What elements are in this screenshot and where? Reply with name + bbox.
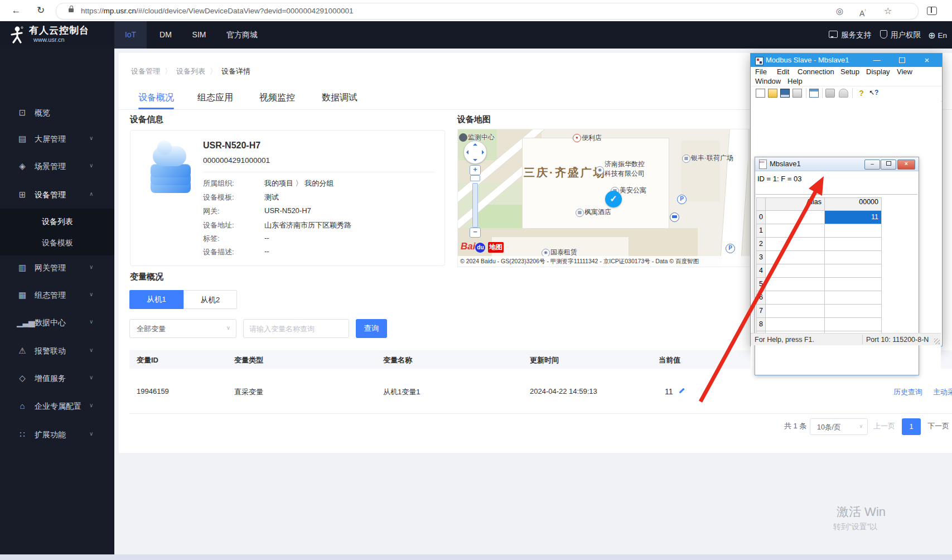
alias-column-header[interactable]: Alias xyxy=(766,197,825,211)
url-text[interactable]: https://mp.usr.cn/#/cloud/device/ViewDev… xyxy=(81,7,353,15)
edit-value-icon[interactable] xyxy=(678,387,685,394)
register-value-cell[interactable] xyxy=(825,224,882,238)
current-page-button[interactable]: 1 xyxy=(902,418,921,435)
doc-restore-button[interactable] xyxy=(881,160,896,170)
menu-file[interactable]: File xyxy=(755,67,767,76)
tracking-icon[interactable]: ◎ xyxy=(836,3,843,19)
nav-tab-dm[interactable]: DM xyxy=(153,21,178,49)
breadcrumb-device-list[interactable]: 设备列表 xyxy=(176,67,205,75)
mbslave-title-bar[interactable]: Mbslave1 – × xyxy=(755,157,919,171)
minimize-button[interactable]: — xyxy=(867,54,886,67)
tab-device-overview[interactable]: 设备概况 xyxy=(138,92,174,108)
brand-logo[interactable]: 有人云控制台 www.usr.cn xyxy=(0,21,114,49)
alias-cell[interactable] xyxy=(766,251,825,264)
active-collect-link[interactable]: 主动采集 xyxy=(933,387,952,397)
alias-cell[interactable] xyxy=(766,224,825,238)
tab-data-debug[interactable]: 数据调试 xyxy=(322,92,357,108)
variable-filter-select[interactable]: 全部变量∨ xyxy=(129,319,236,338)
print-icon[interactable] xyxy=(792,89,802,98)
nav-tab-iot[interactable]: IoT xyxy=(114,21,147,49)
sidebar-item-alarm[interactable]: ⚠报警联动∨ xyxy=(0,344,114,360)
read-aloud-icon[interactable]: A⁾ xyxy=(859,3,866,19)
nav-tab-sim[interactable]: SIM xyxy=(186,21,212,49)
refresh-icon[interactable]: ↻ xyxy=(32,0,49,21)
slave2-tab[interactable]: 从机2 xyxy=(183,290,237,309)
menu-window[interactable]: Window xyxy=(755,77,781,85)
sidebar-item-scene[interactable]: ◈场景管理∨ xyxy=(0,159,114,176)
modbus-title-bar[interactable]: Modbus Slave - Mbslave1 — × xyxy=(751,54,942,67)
history-query-link[interactable]: 历史查询 xyxy=(893,387,922,397)
favorite-star-icon[interactable]: ☆ xyxy=(884,3,892,19)
split-screen-icon[interactable] xyxy=(927,7,937,15)
help-icon[interactable]: ? xyxy=(857,89,866,98)
nav-permissions[interactable]: 用户权限 xyxy=(880,21,921,49)
alias-cell[interactable] xyxy=(766,211,825,224)
map-zoom-slider-handle[interactable] xyxy=(470,175,480,181)
sidebar-item-datacenter[interactable]: ▁▃▅数据中心∨ xyxy=(0,315,114,332)
page-size-select[interactable]: 10条/页∨ xyxy=(810,418,868,435)
alias-cell[interactable] xyxy=(766,238,825,251)
doc-close-button[interactable]: × xyxy=(897,160,915,170)
sidebar-item-device-template[interactable]: 设备模板 xyxy=(0,233,114,252)
register-value-cell[interactable] xyxy=(825,305,882,318)
sidebar-item-overview[interactable]: ⊡概览 xyxy=(0,105,114,122)
back-icon[interactable]: ← xyxy=(8,0,25,21)
alias-cell[interactable] xyxy=(766,264,825,278)
doc-minimize-button[interactable]: – xyxy=(864,160,880,170)
context-help-icon[interactable]: ↖? xyxy=(869,89,878,98)
tab-config-app[interactable]: 组态应用 xyxy=(197,92,233,108)
nav-support[interactable]: 服务支持 xyxy=(829,21,871,49)
menu-edit[interactable]: Edit xyxy=(777,67,789,76)
alias-cell[interactable] xyxy=(766,305,825,318)
map-pan-control[interactable] xyxy=(463,141,487,164)
address-bar[interactable]: https://mp.usr.cn/#/cloud/device/ViewDev… xyxy=(56,3,919,20)
maximize-button[interactable] xyxy=(892,54,911,67)
map-zoom-slider-track[interactable] xyxy=(472,183,478,228)
sidebar-item-device-list[interactable]: 设备列表 xyxy=(0,212,114,231)
sidebar-item-enterprise[interactable]: ⌂企业专属配置∨ xyxy=(0,399,114,416)
disconnect-icon[interactable] xyxy=(839,89,848,98)
nav-language[interactable]: ⊕En xyxy=(928,21,947,49)
connect-icon[interactable] xyxy=(825,89,835,98)
menu-setup[interactable]: Setup xyxy=(840,67,859,76)
breadcrumb-device-mgmt[interactable]: 设备管理 xyxy=(131,67,160,75)
modbus-slave-window[interactable]: Modbus Slave - Mbslave1 — × File Edit Co… xyxy=(750,53,943,346)
prev-page-button[interactable]: 上一页 xyxy=(873,421,895,431)
alias-cell[interactable] xyxy=(766,278,825,291)
sidebar-item-valueadded[interactable]: ◇增值服务∨ xyxy=(0,371,114,388)
register-value-cell[interactable] xyxy=(825,251,882,264)
slave1-tab[interactable]: 从机1 xyxy=(129,290,183,309)
sidebar-item-bigscreen[interactable]: ▤大屏管理∨ xyxy=(0,132,114,148)
sidebar-item-extensions[interactable]: ∷扩展功能∨ xyxy=(0,427,114,444)
alias-cell[interactable] xyxy=(766,318,825,331)
sidebar-item-configuration[interactable]: ▦组态管理∨ xyxy=(0,288,114,305)
map-zoom-out-button[interactable]: − xyxy=(470,228,481,238)
menu-connection[interactable]: Connection xyxy=(798,67,834,76)
register-value-cell[interactable] xyxy=(825,238,882,251)
device-location-marker[interactable]: ✓ xyxy=(605,191,622,207)
nav-tab-shop[interactable]: 官方商城 xyxy=(220,21,264,49)
value-column-header[interactable]: 00000 xyxy=(825,197,882,211)
menu-view[interactable]: View xyxy=(897,67,912,76)
next-page-button[interactable]: 下一页 xyxy=(927,421,949,431)
save-file-icon[interactable] xyxy=(780,89,790,98)
close-button[interactable]: × xyxy=(917,54,936,67)
sidebar-item-gateway[interactable]: ▥网关管理∨ xyxy=(0,260,114,277)
menu-display[interactable]: Display xyxy=(866,67,890,76)
alias-cell[interactable] xyxy=(766,291,825,305)
open-file-icon[interactable] xyxy=(768,89,777,98)
tab-video-monitor[interactable]: 视频监控 xyxy=(259,92,295,108)
register-value-cell[interactable] xyxy=(825,278,882,291)
sidebar-item-device[interactable]: ⊞设备管理∧ xyxy=(0,187,114,204)
menu-help[interactable]: Help xyxy=(787,77,803,85)
query-button[interactable]: 查询 xyxy=(356,319,387,338)
new-file-icon[interactable] xyxy=(756,89,765,98)
display-definition-icon[interactable] xyxy=(809,89,819,98)
register-value-cell[interactable]: 11 xyxy=(825,211,882,224)
register-value-cell[interactable] xyxy=(825,318,882,331)
register-value-cell[interactable] xyxy=(825,264,882,278)
resize-grip[interactable] xyxy=(934,339,940,344)
variable-search-input[interactable] xyxy=(243,319,349,338)
map-zoom-in-button[interactable]: + xyxy=(470,165,481,175)
register-value-cell[interactable] xyxy=(825,291,882,305)
